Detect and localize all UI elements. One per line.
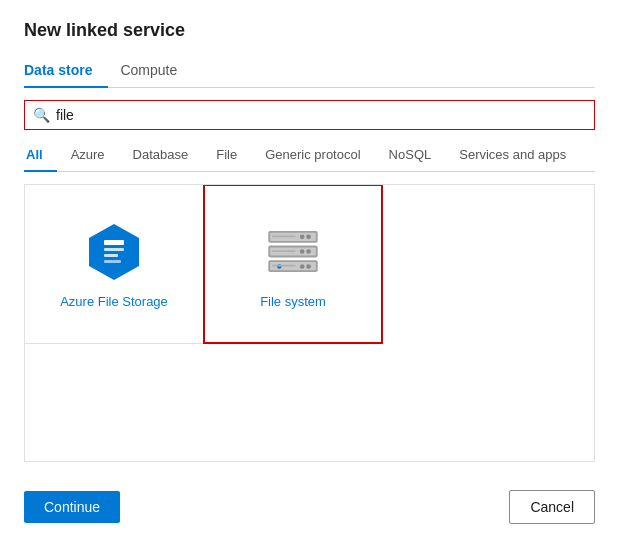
search-row: 🔍	[24, 100, 595, 130]
svg-rect-19	[272, 250, 296, 252]
search-box: 🔍	[24, 100, 595, 130]
filter-tab-nosql[interactable]: NoSQL	[375, 141, 446, 172]
svg-point-12	[300, 235, 305, 240]
azure-file-storage-svg	[84, 222, 144, 282]
filter-tab-file[interactable]: File	[202, 141, 251, 172]
card-azure-file-storage[interactable]: Azure File Storage	[24, 184, 204, 344]
svg-point-14	[300, 249, 305, 254]
svg-rect-1	[104, 240, 124, 245]
filter-tab-all[interactable]: All	[24, 141, 57, 172]
search-input[interactable]	[56, 107, 586, 123]
svg-point-11	[306, 235, 311, 240]
file-system-svg	[261, 224, 325, 279]
search-icon: 🔍	[33, 107, 50, 123]
azure-file-storage-label: Azure File Storage	[60, 294, 168, 309]
cards-grid: Azure File Storage	[24, 184, 595, 462]
svg-rect-3	[104, 254, 118, 257]
dialog-container: New linked service Data store Compute 🔍 …	[0, 0, 619, 544]
continue-button[interactable]: Continue	[24, 491, 120, 523]
tab-compute[interactable]: Compute	[120, 56, 193, 88]
file-system-label: File system	[260, 294, 326, 309]
svg-point-13	[306, 249, 311, 254]
svg-point-17	[300, 264, 305, 269]
filter-tab-services-apps[interactable]: Services and apps	[445, 141, 580, 172]
dialog-title: New linked service	[24, 20, 595, 41]
svg-rect-18	[272, 236, 296, 238]
azure-file-storage-icon	[82, 220, 146, 284]
main-tabs: Data store Compute	[24, 55, 595, 88]
dialog-footer: Continue Cancel	[24, 478, 595, 524]
svg-rect-2	[104, 248, 124, 251]
svg-point-16	[306, 264, 311, 269]
svg-rect-20	[272, 265, 296, 267]
filter-tab-generic-protocol[interactable]: Generic protocol	[251, 141, 374, 172]
card-file-system[interactable]: File system	[203, 184, 383, 344]
svg-rect-4	[104, 260, 121, 263]
svg-marker-0	[89, 224, 139, 280]
file-system-icon	[261, 220, 325, 284]
filter-tab-database[interactable]: Database	[119, 141, 203, 172]
tab-data-store[interactable]: Data store	[24, 56, 108, 88]
filter-tab-azure[interactable]: Azure	[57, 141, 119, 172]
filter-tabs: All Azure Database File Generic protocol…	[24, 140, 595, 172]
cancel-button[interactable]: Cancel	[509, 490, 595, 524]
